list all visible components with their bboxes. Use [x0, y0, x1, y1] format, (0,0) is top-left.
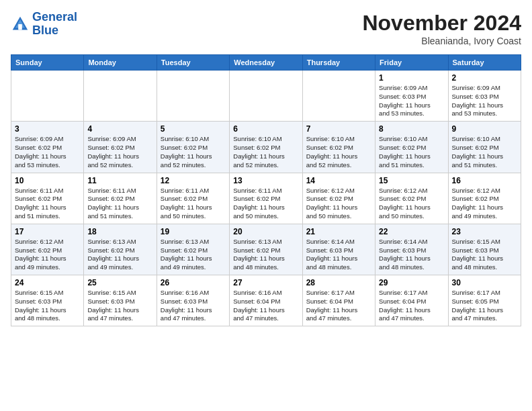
calendar-day-header: Tuesday: [157, 55, 229, 71]
day-info: Sunrise: 6:09 AM Sunset: 6:03 PM Dayligh…: [379, 84, 444, 118]
day-number: 11: [87, 176, 152, 185]
calendar-day-header: Sunday: [11, 55, 84, 71]
day-info: Sunrise: 6:13 AM Sunset: 6:02 PM Dayligh…: [161, 238, 226, 272]
calendar-header-row: SundayMondayTuesdayWednesdayThursdayFrid…: [11, 55, 521, 71]
calendar-day-header: Monday: [84, 55, 157, 71]
day-info: Sunrise: 6:09 AM Sunset: 6:02 PM Dayligh…: [87, 135, 152, 169]
day-number: 15: [379, 176, 444, 185]
calendar-cell: 28Sunrise: 6:17 AM Sunset: 6:04 PM Dayli…: [302, 275, 375, 326]
calendar-cell: [11, 71, 84, 122]
calendar-cell: 20Sunrise: 6:13 AM Sunset: 6:02 PM Dayli…: [230, 224, 302, 275]
calendar-cell: 18Sunrise: 6:13 AM Sunset: 6:02 PM Dayli…: [84, 224, 157, 275]
day-number: 22: [379, 227, 444, 236]
day-number: 24: [15, 278, 80, 287]
calendar-cell: 15Sunrise: 6:12 AM Sunset: 6:02 PM Dayli…: [375, 173, 448, 224]
month-title: November 2024: [362, 11, 521, 36]
day-number: 14: [306, 176, 371, 185]
day-number: 21: [306, 227, 371, 236]
calendar-cell: 4Sunrise: 6:09 AM Sunset: 6:02 PM Daylig…: [84, 122, 157, 173]
day-info: Sunrise: 6:10 AM Sunset: 6:02 PM Dayligh…: [379, 135, 444, 169]
day-number: 2: [452, 73, 517, 83]
calendar-cell: 19Sunrise: 6:13 AM Sunset: 6:02 PM Dayli…: [157, 224, 229, 275]
day-info: Sunrise: 6:12 AM Sunset: 6:02 PM Dayligh…: [379, 187, 444, 221]
day-number: 12: [161, 176, 226, 185]
day-info: Sunrise: 6:12 AM Sunset: 6:02 PM Dayligh…: [452, 187, 517, 221]
day-info: Sunrise: 6:16 AM Sunset: 6:04 PM Dayligh…: [233, 289, 298, 323]
calendar-day-header: Friday: [375, 55, 448, 71]
day-number: 20: [233, 227, 298, 236]
calendar-cell: 12Sunrise: 6:11 AM Sunset: 6:02 PM Dayli…: [157, 173, 229, 224]
day-number: 8: [379, 124, 444, 134]
day-number: 1: [379, 73, 444, 83]
day-info: Sunrise: 6:16 AM Sunset: 6:03 PM Dayligh…: [161, 289, 226, 323]
calendar-cell: 5Sunrise: 6:10 AM Sunset: 6:02 PM Daylig…: [157, 122, 229, 173]
day-number: 30: [452, 278, 517, 287]
day-number: 29: [379, 278, 444, 287]
calendar-cell: 17Sunrise: 6:12 AM Sunset: 6:02 PM Dayli…: [11, 224, 84, 275]
calendar-cell: 26Sunrise: 6:16 AM Sunset: 6:03 PM Dayli…: [157, 275, 229, 326]
day-number: 26: [161, 278, 226, 287]
day-info: Sunrise: 6:12 AM Sunset: 6:02 PM Dayligh…: [15, 238, 80, 272]
day-info: Sunrise: 6:11 AM Sunset: 6:02 PM Dayligh…: [161, 187, 226, 221]
calendar-cell: 23Sunrise: 6:15 AM Sunset: 6:03 PM Dayli…: [448, 224, 521, 275]
day-number: 3: [15, 124, 80, 134]
calendar: SundayMondayTuesdayWednesdayThursdayFrid…: [11, 54, 521, 326]
day-number: 6: [233, 124, 298, 134]
svg-rect-2: [18, 24, 22, 30]
day-info: Sunrise: 6:10 AM Sunset: 6:02 PM Dayligh…: [306, 135, 371, 169]
calendar-cell: 8Sunrise: 6:10 AM Sunset: 6:02 PM Daylig…: [375, 122, 448, 173]
calendar-week-row: 24Sunrise: 6:15 AM Sunset: 6:03 PM Dayli…: [11, 275, 521, 326]
calendar-cell: 30Sunrise: 6:17 AM Sunset: 6:05 PM Dayli…: [448, 275, 521, 326]
calendar-cell: 1Sunrise: 6:09 AM Sunset: 6:03 PM Daylig…: [375, 71, 448, 122]
calendar-cell: 27Sunrise: 6:16 AM Sunset: 6:04 PM Dayli…: [230, 275, 302, 326]
calendar-cell: 3Sunrise: 6:09 AM Sunset: 6:02 PM Daylig…: [11, 122, 84, 173]
day-info: Sunrise: 6:09 AM Sunset: 6:03 PM Dayligh…: [452, 84, 517, 118]
title-block: November 2024 Bleanianda, Ivory Coast: [362, 11, 521, 46]
day-info: Sunrise: 6:13 AM Sunset: 6:02 PM Dayligh…: [233, 238, 298, 272]
calendar-cell: 11Sunrise: 6:11 AM Sunset: 6:02 PM Dayli…: [84, 173, 157, 224]
day-info: Sunrise: 6:12 AM Sunset: 6:02 PM Dayligh…: [306, 187, 371, 221]
calendar-cell: 24Sunrise: 6:15 AM Sunset: 6:03 PM Dayli…: [11, 275, 84, 326]
logo-text: General Blue: [32, 11, 77, 38]
calendar-cell: 10Sunrise: 6:11 AM Sunset: 6:02 PM Dayli…: [11, 173, 84, 224]
calendar-cell: 14Sunrise: 6:12 AM Sunset: 6:02 PM Dayli…: [302, 173, 375, 224]
calendar-cell: 2Sunrise: 6:09 AM Sunset: 6:03 PM Daylig…: [448, 71, 521, 122]
day-number: 18: [87, 227, 152, 236]
day-number: 25: [87, 278, 152, 287]
calendar-cell: 9Sunrise: 6:10 AM Sunset: 6:02 PM Daylig…: [448, 122, 521, 173]
day-number: 9: [452, 124, 517, 134]
day-number: 10: [15, 176, 80, 185]
calendar-cell: 29Sunrise: 6:17 AM Sunset: 6:04 PM Dayli…: [375, 275, 448, 326]
day-number: 19: [161, 227, 226, 236]
logo-line1: General: [32, 11, 77, 24]
calendar-cell: 21Sunrise: 6:14 AM Sunset: 6:03 PM Dayli…: [302, 224, 375, 275]
calendar-cell: 22Sunrise: 6:14 AM Sunset: 6:03 PM Dayli…: [375, 224, 448, 275]
day-info: Sunrise: 6:15 AM Sunset: 6:03 PM Dayligh…: [15, 289, 80, 323]
day-info: Sunrise: 6:10 AM Sunset: 6:02 PM Dayligh…: [161, 135, 226, 169]
calendar-week-row: 10Sunrise: 6:11 AM Sunset: 6:02 PM Dayli…: [11, 173, 521, 224]
day-number: 28: [306, 278, 371, 287]
logo-line2: Blue: [32, 24, 77, 38]
calendar-week-row: 17Sunrise: 6:12 AM Sunset: 6:02 PM Dayli…: [11, 224, 521, 275]
day-info: Sunrise: 6:10 AM Sunset: 6:02 PM Dayligh…: [452, 135, 517, 169]
calendar-cell: [84, 71, 157, 122]
day-number: 13: [233, 176, 298, 185]
day-number: 7: [306, 124, 371, 134]
day-number: 23: [452, 227, 517, 236]
day-info: Sunrise: 6:17 AM Sunset: 6:04 PM Dayligh…: [306, 289, 371, 323]
calendar-cell: [302, 71, 375, 122]
logo: General Blue: [11, 11, 77, 38]
day-info: Sunrise: 6:10 AM Sunset: 6:02 PM Dayligh…: [233, 135, 298, 169]
day-number: 27: [233, 278, 298, 287]
calendar-cell: [157, 71, 229, 122]
day-info: Sunrise: 6:11 AM Sunset: 6:02 PM Dayligh…: [233, 187, 298, 221]
calendar-cell: 16Sunrise: 6:12 AM Sunset: 6:02 PM Dayli…: [448, 173, 521, 224]
calendar-cell: 6Sunrise: 6:10 AM Sunset: 6:02 PM Daylig…: [230, 122, 302, 173]
calendar-day-header: Saturday: [448, 55, 521, 71]
page: General Blue November 2024 Bleanianda, I…: [0, 0, 532, 337]
day-info: Sunrise: 6:17 AM Sunset: 6:05 PM Dayligh…: [452, 289, 517, 323]
calendar-cell: 7Sunrise: 6:10 AM Sunset: 6:02 PM Daylig…: [302, 122, 375, 173]
day-number: 5: [161, 124, 226, 134]
day-info: Sunrise: 6:11 AM Sunset: 6:02 PM Dayligh…: [15, 187, 80, 221]
day-info: Sunrise: 6:17 AM Sunset: 6:04 PM Dayligh…: [379, 289, 444, 323]
